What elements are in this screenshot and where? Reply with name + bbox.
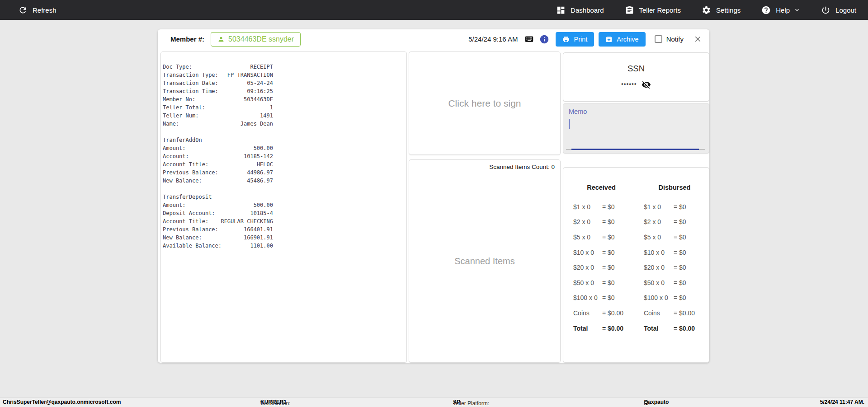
receipt-line-label: Teller Num: (163, 112, 198, 120)
cash-row: $100 x 0 = $0 $100 x 0 = $0 (573, 290, 707, 306)
scanned-items-panel: Scanned Items Count: 0 Scanned Items (409, 159, 561, 363)
print-button[interactable]: Print (556, 32, 594, 47)
receipt-line-value: 166901.91 (244, 234, 273, 242)
receipt-line-label: Transaction Time: (163, 87, 218, 95)
receipt-line: Amount: 500.00 (163, 201, 273, 209)
nav-help-label: Help (776, 6, 790, 14)
receipt-line-value: FP TRANSACTION (227, 71, 273, 79)
receipt-line-value: James Dean (241, 120, 273, 128)
workstation-label: Workstation: (260, 400, 290, 407)
cash-row: $50 x 0 = $0 $50 x 0 = $0 (573, 275, 707, 290)
ssn-title: SSN (563, 53, 709, 74)
refresh-icon (18, 5, 28, 15)
denomination-value-received: = $0 (602, 249, 644, 256)
notify-checkbox[interactable] (655, 35, 662, 43)
denomination-value-received: = $0 (602, 279, 644, 286)
receipt-line-value: 05-24-24 (247, 79, 273, 87)
receipt-line-label: Account Title: (163, 160, 208, 168)
receipt-line: Member No: 5034463DE (163, 95, 273, 103)
denomination-label-disbursed: $10 x 0 (644, 249, 674, 256)
nav-help[interactable]: Help (761, 5, 800, 15)
teller-platform-status: Teller Platform: XP (453, 399, 460, 405)
receipt-line-value: RECEIPT (250, 63, 273, 71)
receipt-text: Doc Type: RECEIPT Transaction Type: FP T… (161, 52, 273, 250)
topbar-menu: Dashboard Teller Reports Settings Help (556, 5, 856, 15)
transaction-card: Member #: 5034463DE ssnyder 5/24/24 9:16… (158, 29, 709, 363)
receipt-line-value: 45486.97 (247, 177, 273, 185)
denomination-label-received: Total (573, 325, 602, 332)
notify-toggle[interactable]: Notify (655, 35, 684, 43)
receipt-line-value: 1491 (260, 112, 273, 120)
receipt-line: Transaction Date: 05-24-24 (163, 79, 273, 87)
receipt-panel: Doc Type: RECEIPT Transaction Type: FP T… (160, 51, 407, 363)
cash-row: $5 x 0 = $0 $5 x 0 = $0 (573, 229, 707, 245)
chevron-down-icon (794, 7, 800, 13)
keyboard-icon[interactable] (523, 34, 535, 44)
receipt-line-label: Available Balance: (163, 242, 222, 250)
disbursed-header: Disbursed (652, 184, 697, 191)
denomination-label-disbursed: $20 x 0 (644, 264, 674, 271)
memo-label: Memo (569, 108, 587, 115)
fi-status: FI: Qaxpauto (644, 399, 669, 405)
member-header: Member #: 5034463DE ssnyder 5/24/24 9:16… (158, 29, 709, 49)
signature-panel[interactable]: Click here to sign (409, 51, 561, 155)
receipt-line: Transaction Time: 09:16:25 (163, 87, 273, 95)
member-number-label: Member #: (170, 35, 204, 43)
denomination-label-received: $50 x 0 (573, 279, 602, 286)
memo-text-caret (569, 119, 570, 129)
nav-dashboard[interactable]: Dashboard (556, 5, 604, 15)
denomination-value-disbursed: = $0 (674, 279, 707, 286)
signature-placeholder: Click here to sign (409, 98, 560, 109)
memo-field[interactable]: Memo (563, 103, 709, 154)
close-icon[interactable] (693, 35, 702, 43)
clipboard-icon (625, 5, 634, 15)
nav-logout[interactable]: Logout (821, 5, 856, 15)
denomination-label-received: $5 x 0 (573, 234, 602, 241)
nav-logout-label: Logout (835, 6, 856, 14)
fi-label: FI: (644, 400, 650, 407)
denomination-value-disbursed: = $0 (674, 218, 707, 225)
receipt-line-value: 1 (270, 103, 273, 112)
receipt-line: Previous Balance: 166401.91 (163, 225, 273, 234)
receipt-line-label: Name: (163, 120, 179, 128)
archive-button[interactable]: Archive (599, 32, 645, 47)
archive-button-label: Archive (617, 36, 638, 43)
receipt-line: Amount: 500.00 (163, 144, 273, 152)
denomination-label-received: $10 x 0 (573, 249, 602, 256)
refresh-button[interactable]: Refresh (18, 5, 57, 15)
receipt-line: Transaction Type: FP TRANSACTION (163, 71, 273, 79)
nav-teller-reports[interactable]: Teller Reports (625, 5, 681, 15)
info-icon[interactable] (539, 34, 549, 44)
memo-underline-focus (571, 149, 699, 150)
status-bar-datetime: 5/24/24 11:47 AM. (820, 399, 864, 405)
receipt-line: New Balance: 166901.91 (163, 234, 273, 242)
scanned-items-placeholder: Scanned Items (409, 256, 560, 267)
workstation-status: Workstation: KURRER1 (260, 399, 287, 405)
receipt-line-label: Transaction Date: (163, 79, 218, 87)
receipt-line-value: 166401.91 (244, 225, 273, 234)
receipt-line-value: HELOC (257, 160, 273, 168)
denomination-label-received: Coins (573, 309, 602, 317)
notify-label: Notify (666, 35, 684, 43)
received-header: Received (579, 184, 624, 191)
receipt-line (163, 128, 273, 136)
receipt-line-label: Account Title: (163, 217, 208, 225)
receipt-line-label: Teller Total: (163, 103, 205, 112)
member-button[interactable]: 5034463DE ssnyder (211, 32, 301, 47)
ssn-panel: SSN ****** (563, 52, 709, 102)
receipt-line-label: Account: (163, 152, 189, 160)
transaction-datetime: 5/24/24 9:16 AM (468, 35, 518, 43)
nav-settings-label: Settings (716, 6, 741, 14)
member-button-label: 5034463DE ssnyder (228, 35, 294, 43)
cash-row: $10 x 0 = $0 $10 x 0 = $0 (573, 245, 707, 260)
denomination-label-disbursed: $2 x 0 (644, 218, 674, 225)
nav-teller-reports-label: Teller Reports (639, 6, 681, 14)
gear-icon (702, 5, 711, 15)
receipt-line-label: Deposit Account: (163, 209, 215, 217)
receipt-line: TransferDeposit (163, 193, 273, 201)
denomination-label-disbursed: $100 x 0 (644, 294, 674, 301)
receipt-line-value: 5034463DE (244, 95, 273, 103)
receipt-line: Teller Total: 1 (163, 103, 273, 112)
eye-off-icon[interactable] (642, 80, 651, 89)
nav-settings[interactable]: Settings (702, 5, 741, 15)
